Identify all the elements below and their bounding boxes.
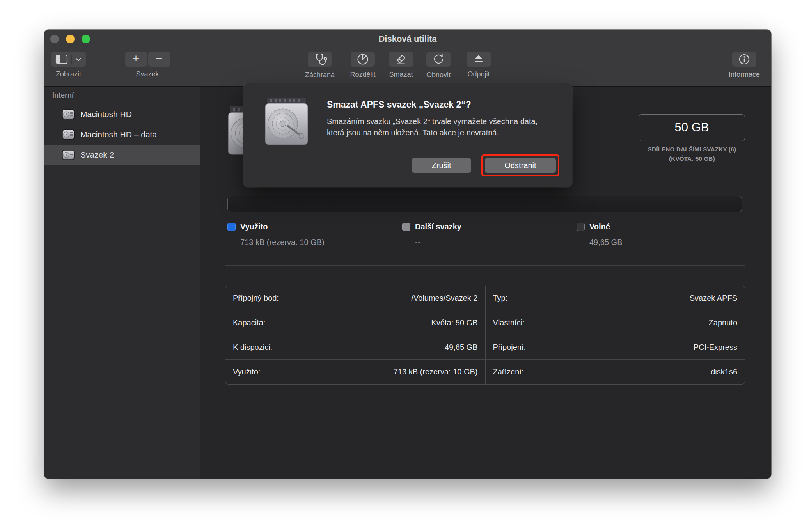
dialog-message: Smazáním svazku „Svazek 2“ trvale vymaže… xyxy=(327,116,547,138)
disk-icon xyxy=(62,129,75,140)
cancel-button[interactable]: Zrušit xyxy=(412,158,471,173)
first-aid-icon xyxy=(313,53,327,66)
detail-row: Zařízení: disk1s6 xyxy=(486,360,745,384)
dialog-title: Smazat APFS svazek „Svazek 2“? xyxy=(327,99,471,110)
view-toolbar-group: Zobrazit xyxy=(51,52,86,78)
view-group-label: Zobrazit xyxy=(51,70,86,78)
detail-row: Kapacita: Kvóta: 50 GB xyxy=(225,310,485,335)
erase-icon xyxy=(395,53,407,66)
info-icon xyxy=(738,53,750,66)
restore-label: Obnovit xyxy=(419,71,458,79)
button-separator xyxy=(71,55,72,64)
sidebar-section-internal: Interní xyxy=(52,91,74,99)
erase-group: Smazat xyxy=(381,52,420,79)
detail-row: Přípojný bod: /Volumes/Svazek 2 xyxy=(225,286,485,310)
volume-group-label: Svazek xyxy=(125,70,170,78)
erase-button[interactable] xyxy=(389,52,413,67)
legend-item-used: Využito 713 kB (rezerva: 10 GB) xyxy=(227,222,325,247)
section-divider xyxy=(225,265,745,266)
detail-value: PCI-Express xyxy=(694,343,737,352)
detail-row: Vlastníci: Zapnuto xyxy=(486,310,745,335)
other-volumes-swatch xyxy=(402,223,410,231)
detail-label: Typ: xyxy=(493,294,508,303)
eject-icon xyxy=(472,54,485,65)
view-button[interactable] xyxy=(51,52,86,67)
quota-box: 50 GB xyxy=(639,114,745,141)
detail-value: Svazek APFS xyxy=(690,294,737,303)
legend-item-other-volumes: Další svazky -- xyxy=(402,222,461,247)
detail-label: Využito: xyxy=(233,367,260,376)
dialog-volume-icon xyxy=(264,95,309,147)
restore-group: Obnovit xyxy=(419,52,458,79)
sidebar-item-label: Macintosh HD xyxy=(80,110,132,119)
restore-icon xyxy=(432,53,445,66)
free-swatch xyxy=(577,223,585,231)
detail-label: Přípojný bod: xyxy=(233,294,279,303)
partition-label: Rozdělit xyxy=(343,71,382,79)
detail-label: Připojení: xyxy=(493,343,526,352)
first-aid-group: Záchrana xyxy=(300,52,339,79)
used-swatch xyxy=(227,223,236,231)
add-volume-button[interactable]: + xyxy=(125,52,147,67)
titlebar-toolbar: Disková utilita Zobrazit + − Svazek xyxy=(44,30,771,87)
legend-value: -- xyxy=(415,238,461,247)
detail-label: Zařízení: xyxy=(493,367,524,376)
remove-volume-button[interactable]: − xyxy=(148,52,170,67)
sidebar-item-label: Svazek 2 xyxy=(80,150,114,160)
legend-label: Volné xyxy=(589,222,610,231)
sidebar-item-macintosh-hd-data[interactable]: Macintosh HD – data xyxy=(44,124,200,145)
partition-icon xyxy=(357,53,369,66)
legend-label: Další svazky xyxy=(415,222,461,231)
partition-button[interactable] xyxy=(351,52,375,67)
sidebar-item-label: Macintosh HD – data xyxy=(80,130,157,139)
delete-button-highlight: Odstranit xyxy=(481,154,559,176)
detail-row: Typ: Svazek APFS xyxy=(486,286,745,310)
details-right-column: Typ: Svazek APFS Vlastníci: Zapnuto Přip… xyxy=(485,286,745,384)
legend-item-free: Volné 49,65 GB xyxy=(577,222,623,247)
details-left-column: Přípojný bod: /Volumes/Svazek 2 Kapacita… xyxy=(225,286,485,384)
delete-button[interactable]: Odstranit xyxy=(485,158,556,173)
volume-toolbar-group: + − Svazek xyxy=(125,52,170,78)
restore-button[interactable] xyxy=(426,52,451,67)
window-title: Disková utilita xyxy=(44,34,771,44)
details-table: Přípojný bod: /Volumes/Svazek 2 Kapacita… xyxy=(225,286,745,385)
detail-value: disk1s6 xyxy=(711,367,737,376)
detail-value: 49,65 GB xyxy=(445,343,478,352)
detail-value: Kvóta: 50 GB xyxy=(431,318,478,327)
chevron-down-icon xyxy=(75,57,82,62)
detail-row: Využito: 713 kB (rezerva: 10 GB) xyxy=(225,360,485,384)
first-aid-button[interactable] xyxy=(308,52,332,67)
sidebar: Interní Macintosh HD Macintosh HD – d xyxy=(44,87,200,479)
sidebar-item-svazek-2[interactable]: Svazek 2 xyxy=(44,145,200,165)
detail-row: K dispozici: 49,65 GB xyxy=(225,335,485,360)
disk-icon xyxy=(62,150,75,160)
detail-label: K dispozici: xyxy=(233,343,272,352)
shared-volumes-note: SDÍLENO DALŠÍMI SVAZKY (6) xyxy=(610,146,771,153)
unmount-label: Odpojit xyxy=(459,70,498,78)
detail-value: Zapnuto xyxy=(709,318,737,327)
unmount-button[interactable] xyxy=(467,52,491,67)
sidebar-view-icon xyxy=(55,54,68,64)
detail-value: /Volumes/Svazek 2 xyxy=(411,294,477,303)
detail-row: Připojení: PCI-Express xyxy=(486,335,745,360)
first-aid-label: Záchrana xyxy=(300,71,339,79)
info-button[interactable] xyxy=(732,52,756,67)
legend-label: Využito xyxy=(240,222,268,231)
quota-note: (KVÓTA: 50 GB) xyxy=(610,155,771,162)
detail-label: Kapacita: xyxy=(233,318,265,327)
legend-value: 713 kB (rezerva: 10 GB) xyxy=(240,238,325,247)
delete-volume-dialog: Smazat APFS svazek „Svazek 2“? Smazáním … xyxy=(243,83,572,187)
disk-icon xyxy=(62,109,75,119)
info-group: Informace xyxy=(725,52,764,79)
sidebar-item-macintosh-hd[interactable]: Macintosh HD xyxy=(44,104,200,124)
legend-value: 49,65 GB xyxy=(589,238,623,247)
detail-value: 713 kB (rezerva: 10 GB) xyxy=(394,367,478,376)
disk-utility-window: Disková utilita Zobrazit + − Svazek xyxy=(44,30,771,479)
info-label: Informace xyxy=(725,71,764,79)
erase-label: Smazat xyxy=(381,71,420,79)
detail-label: Vlastníci: xyxy=(493,318,525,327)
unmount-group: Odpojit xyxy=(459,52,498,78)
partition-group: Rozdělit xyxy=(343,52,382,79)
capacity-bar xyxy=(227,196,742,212)
